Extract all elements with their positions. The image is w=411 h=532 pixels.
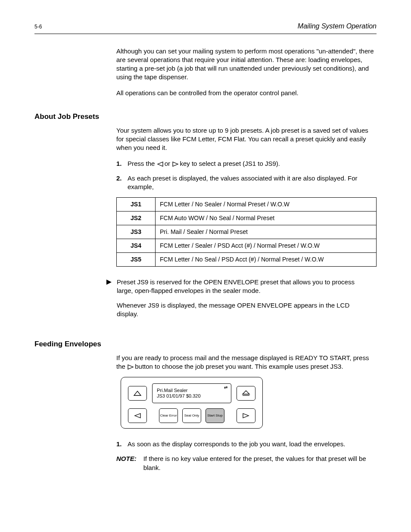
svg-marker-3: [128, 365, 133, 369]
right-arrow-icon: [172, 162, 178, 167]
note-block: NOTE: If there is no key value entered f…: [116, 454, 377, 472]
svg-marker-0: [158, 162, 163, 166]
job-presets-section: About Job Presets Your system allows you…: [34, 112, 377, 267]
preset-value: FCM Letter / No Sealer / Normal Preset /…: [156, 198, 377, 212]
svg-marker-2: [106, 280, 112, 285]
lcd-line-2: JS3 01/01/97 $0.320: [157, 393, 227, 399]
eject-button[interactable]: [237, 386, 255, 401]
open-envelope-p2: Whenever JS9 is displayed, the message O…: [117, 301, 358, 319]
page-number: 5-6: [34, 23, 42, 30]
clear-error-button[interactable]: Clear Error: [159, 408, 178, 423]
open-envelope-callout: Preset JS9 is reserved for the OPEN ENVE…: [106, 278, 377, 325]
step-number: 2.: [116, 174, 128, 183]
svg-marker-1: [173, 162, 178, 166]
step-body: As soon as the display corresponds to th…: [128, 440, 377, 448]
step1-text-a: Press the: [128, 160, 157, 167]
up-button[interactable]: [128, 386, 147, 401]
step1-text-b: or: [165, 160, 172, 167]
preset-key: JS3: [117, 225, 156, 239]
feeding-paragraph: If you are ready to process mail and the…: [116, 354, 377, 371]
left-arrow-icon: [157, 162, 163, 167]
feeding-step-1: 1. As soon as the display corresponds to…: [116, 440, 377, 448]
right-arrow-icon: [127, 364, 133, 370]
step-number: 1.: [116, 440, 128, 448]
preset-key: JS4: [117, 239, 156, 252]
note-text: If there is no key value entered for the…: [143, 454, 377, 472]
job-preset-step-1: 1. Press the or key to select a preset (…: [116, 159, 377, 168]
step-body: Press the or key to select a preset (JS1…: [128, 159, 377, 168]
seal-only-button[interactable]: Seal Only: [182, 408, 201, 423]
table-row: JS5 FCM Letter / No Seal / PSD Acct (#) …: [117, 252, 377, 266]
preset-value: Pri. Mail / Sealer / Normal Preset: [156, 225, 377, 239]
table-row: JS4 FCM Letter / Sealer / PSD Acct (#) /…: [117, 239, 377, 252]
open-envelope-p1: Preset JS9 is reserved for the OPEN ENVE…: [117, 278, 358, 296]
feed-p1-b: button to choose the job preset you want…: [135, 363, 343, 370]
start-stop-button[interactable]: Start Stop: [206, 408, 224, 423]
lcd-display: ⇄ Pri.Mail Sealer JS3 01/01/97 $0.320: [152, 383, 231, 403]
preset-value: FCM Letter / Sealer / PSD Acct (#) / Nor…: [156, 239, 377, 252]
start-stop-label: Start Stop: [207, 414, 223, 417]
clear-error-label: Clear Error: [160, 414, 177, 417]
table-row: JS1 FCM Letter / No Sealer / Normal Pres…: [117, 198, 377, 212]
left-button[interactable]: [128, 408, 147, 423]
preset-value: FCM Letter / No Seal / PSD Acct (#) / No…: [156, 252, 377, 266]
intro-block: Although you can set your mailing system…: [116, 47, 377, 97]
preset-table: JS1 FCM Letter / No Sealer / Normal Pres…: [116, 197, 377, 266]
svg-marker-4: [134, 391, 141, 395]
lcd-line-1: Pri.Mail Sealer: [157, 388, 227, 393]
table-row: JS2 FCM Auto WOW / No Seal / Normal Pres…: [117, 212, 377, 225]
right-triangle-icon: [106, 279, 112, 288]
svg-marker-5: [243, 391, 249, 394]
preset-value: FCM Auto WOW / No Seal / Normal Preset: [156, 212, 377, 225]
job-preset-step-2: 2. As each preset is displayed, the valu…: [116, 174, 377, 192]
svg-marker-7: [135, 414, 140, 418]
page-header: 5-6 Mailing System Operation: [34, 22, 377, 34]
right-button[interactable]: [237, 408, 255, 423]
step1-text-c: key to select a preset (JS1 to JS9).: [180, 160, 280, 167]
preset-key: JS5: [117, 252, 156, 266]
step-body: As each preset is displayed, the values …: [128, 174, 377, 192]
feeding-envelopes-heading: Feeding Envelopes: [34, 339, 377, 349]
preset-key: JS1: [117, 198, 156, 212]
job-presets-heading: About Job Presets: [34, 112, 377, 122]
lcd-symbol-icon: ⇄: [224, 385, 227, 390]
control-panel: ⇄ Pri.Mail Sealer JS3 01/01/97 $0.320 C: [121, 377, 263, 429]
note-label: NOTE:: [116, 454, 137, 472]
job-presets-paragraph: Your system allows you to store up to 9 …: [116, 126, 377, 152]
feeding-envelopes-section: Feeding Envelopes If you are ready to pr…: [34, 339, 377, 449]
section-title: Mailing System Operation: [298, 22, 377, 31]
seal-only-label: Seal Only: [184, 414, 199, 417]
preset-key: JS2: [117, 212, 156, 225]
svg-marker-8: [243, 414, 249, 418]
step-number: 1.: [116, 159, 128, 168]
intro-paragraph-2: All operations can be controlled from th…: [116, 89, 377, 97]
table-row: JS3 Pri. Mail / Sealer / Normal Preset: [117, 225, 377, 239]
intro-paragraph-1: Although you can set your mailing system…: [116, 47, 377, 82]
